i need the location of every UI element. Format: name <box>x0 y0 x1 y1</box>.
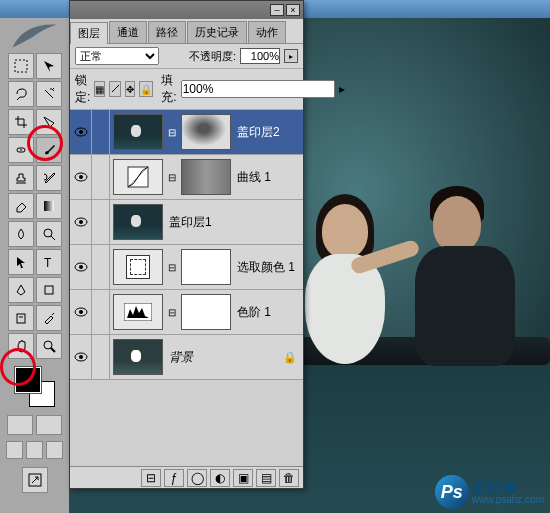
panel-tabs: 图层 通道 路径 历史记录 动作 <box>70 19 303 44</box>
layer-name[interactable]: 盖印层2 <box>237 124 280 141</box>
layer-row[interactable]: ⊟ 色阶 1 <box>70 290 303 335</box>
fill-label: 填充: <box>161 72 176 106</box>
visibility-toggle[interactable] <box>70 155 92 199</box>
layer-row[interactable]: 盖印层1 <box>70 200 303 245</box>
dodge-icon[interactable] <box>36 221 62 247</box>
visibility-toggle[interactable] <box>70 200 92 244</box>
layer-name[interactable]: 盖印层1 <box>169 214 212 231</box>
type-icon[interactable]: T <box>36 249 62 275</box>
lock-pixels-button[interactable] <box>109 81 121 97</box>
tab-channels[interactable]: 通道 <box>109 21 147 43</box>
tab-actions[interactable]: 动作 <box>248 21 286 43</box>
link-layers-button[interactable]: ⊟ <box>141 469 161 487</box>
visibility-toggle[interactable] <box>70 110 92 154</box>
screen-standard-button[interactable] <box>6 441 23 459</box>
blend-mode-select[interactable]: 正常 <box>75 47 159 65</box>
fill-slider-button[interactable]: ▸ <box>339 82 345 96</box>
layer-mask-thumb[interactable] <box>181 159 231 195</box>
layer-row[interactable]: ⊟ 选取颜色 1 <box>70 245 303 290</box>
layer-row[interactable]: ⊟ 曲线 1 <box>70 155 303 200</box>
link-icon[interactable]: ⊟ <box>166 262 178 273</box>
history-brush-icon[interactable] <box>36 165 62 191</box>
watermark: Ps 爱好者 www.psahz.com <box>435 475 544 509</box>
svg-rect-4 <box>44 201 54 211</box>
visibility-toggle[interactable] <box>70 245 92 289</box>
crop-icon[interactable] <box>8 109 34 135</box>
hand-icon[interactable] <box>8 333 34 359</box>
screen-full-button[interactable] <box>46 441 63 459</box>
layer-mask-thumb[interactable] <box>181 294 231 330</box>
lock-all-button[interactable]: 🔒 <box>139 81 153 97</box>
shape-icon[interactable] <box>36 277 62 303</box>
move-icon[interactable] <box>36 53 62 79</box>
layer-thumb[interactable] <box>113 339 163 375</box>
eraser-icon[interactable] <box>8 193 34 219</box>
delete-layer-button[interactable]: 🗑 <box>279 469 299 487</box>
link-icon[interactable]: ⊟ <box>166 307 178 318</box>
opacity-label: 不透明度: <box>189 49 236 64</box>
layer-thumb[interactable] <box>113 294 163 330</box>
screen-full-menu-button[interactable] <box>26 441 43 459</box>
layer-name[interactable]: 背景 <box>169 349 193 366</box>
add-mask-button[interactable]: ◯ <box>187 469 207 487</box>
close-panel-button[interactable]: × <box>286 4 300 16</box>
lock-transparency-button[interactable]: ▦ <box>94 81 105 97</box>
svg-point-5 <box>44 229 52 237</box>
layer-name[interactable]: 曲线 1 <box>237 169 271 186</box>
blur-icon[interactable] <box>8 221 34 247</box>
toolbox: T <box>0 18 69 513</box>
lock-position-button[interactable]: ✥ <box>125 81 135 97</box>
layer-thumb[interactable] <box>113 114 163 150</box>
eyedropper-icon[interactable] <box>36 305 62 331</box>
wand-icon[interactable] <box>36 81 62 107</box>
new-layer-button[interactable]: ▤ <box>256 469 276 487</box>
marquee-icon[interactable] <box>8 53 34 79</box>
color-swatches[interactable] <box>15 367 55 407</box>
svg-rect-8 <box>45 286 53 294</box>
svg-point-20 <box>79 220 83 224</box>
pen-icon[interactable] <box>8 277 34 303</box>
tab-history[interactable]: 历史记录 <box>187 21 247 43</box>
visibility-toggle[interactable] <box>70 335 92 379</box>
layer-mask-thumb[interactable] <box>181 114 231 150</box>
foreground-color-swatch[interactable] <box>15 367 41 393</box>
brush-icon[interactable] <box>36 137 62 163</box>
opacity-input[interactable] <box>240 48 280 64</box>
fx-button[interactable]: ƒ <box>164 469 184 487</box>
fill-input[interactable] <box>181 80 335 98</box>
link-icon[interactable]: ⊟ <box>166 127 178 138</box>
layer-name[interactable]: 色阶 1 <box>237 304 271 321</box>
gradient-icon[interactable] <box>36 193 62 219</box>
panel-footer: ⊟ ƒ ◯ ◐ ▣ ▤ 🗑 <box>70 466 303 488</box>
layer-thumb[interactable] <box>113 249 163 285</box>
panel-titlebar[interactable]: – × <box>70 1 303 19</box>
layer-name[interactable]: 选取颜色 1 <box>237 259 295 276</box>
tab-layers[interactable]: 图层 <box>70 22 108 44</box>
slice-icon[interactable] <box>36 109 62 135</box>
layer-thumb[interactable] <box>113 159 163 195</box>
stamp-icon[interactable] <box>8 165 34 191</box>
lasso-icon[interactable] <box>8 81 34 107</box>
path-sel-icon[interactable] <box>8 249 34 275</box>
layer-thumb[interactable] <box>113 204 163 240</box>
visibility-toggle[interactable] <box>70 290 92 334</box>
minimize-panel-button[interactable]: – <box>270 4 284 16</box>
watermark-logo: Ps <box>435 475 469 509</box>
zoom-icon[interactable] <box>36 333 62 359</box>
jump-to-button[interactable] <box>22 467 48 493</box>
notes-icon[interactable] <box>8 305 34 331</box>
heal-icon[interactable] <box>8 137 34 163</box>
new-group-button[interactable]: ▣ <box>233 469 253 487</box>
blend-row: 正常 不透明度: ▸ <box>70 44 303 69</box>
link-icon[interactable]: ⊟ <box>166 172 178 183</box>
tool-grid: T <box>8 53 62 359</box>
layer-row[interactable]: ⊟ 盖印层2 <box>70 110 303 155</box>
layer-row[interactable]: 背景 🔒 <box>70 335 303 380</box>
layer-mask-thumb[interactable] <box>181 249 231 285</box>
adjustment-layer-button[interactable]: ◐ <box>210 469 230 487</box>
quickmask-mode-button[interactable] <box>36 415 62 435</box>
standard-mode-button[interactable] <box>7 415 33 435</box>
empty-layer-area <box>70 380 303 466</box>
tab-paths[interactable]: 路径 <box>148 21 186 43</box>
opacity-slider-button[interactable]: ▸ <box>284 49 298 63</box>
